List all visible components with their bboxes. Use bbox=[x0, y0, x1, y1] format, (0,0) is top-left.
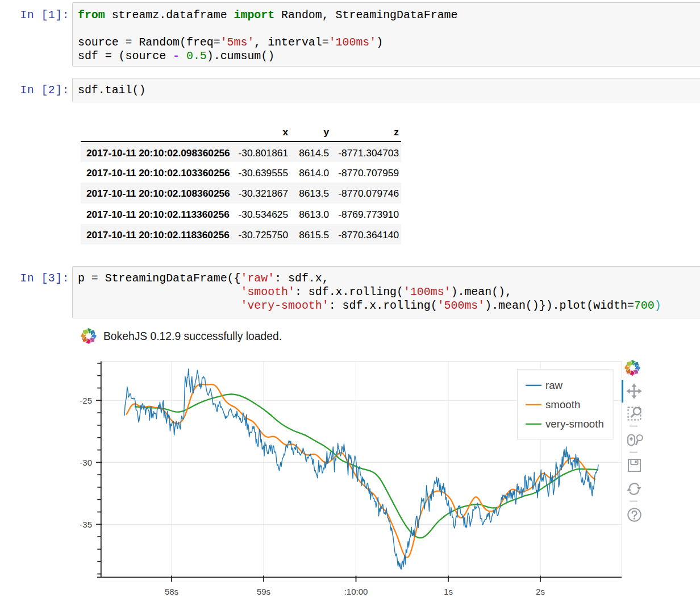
svg-text::10:00: :10:00 bbox=[344, 587, 368, 596]
svg-text:very-smooth: very-smooth bbox=[545, 418, 604, 430]
svg-text:59s: 59s bbox=[257, 587, 270, 596]
svg-text:-25: -25 bbox=[80, 396, 92, 405]
svg-text:58s: 58s bbox=[165, 587, 178, 596]
svg-text:-30: -30 bbox=[80, 458, 92, 467]
svg-text:raw: raw bbox=[545, 379, 563, 391]
svg-text:1s: 1s bbox=[444, 587, 453, 596]
svg-text:smooth: smooth bbox=[545, 399, 580, 410]
svg-text:-35: -35 bbox=[80, 520, 92, 529]
svg-text:2s: 2s bbox=[536, 587, 545, 596]
